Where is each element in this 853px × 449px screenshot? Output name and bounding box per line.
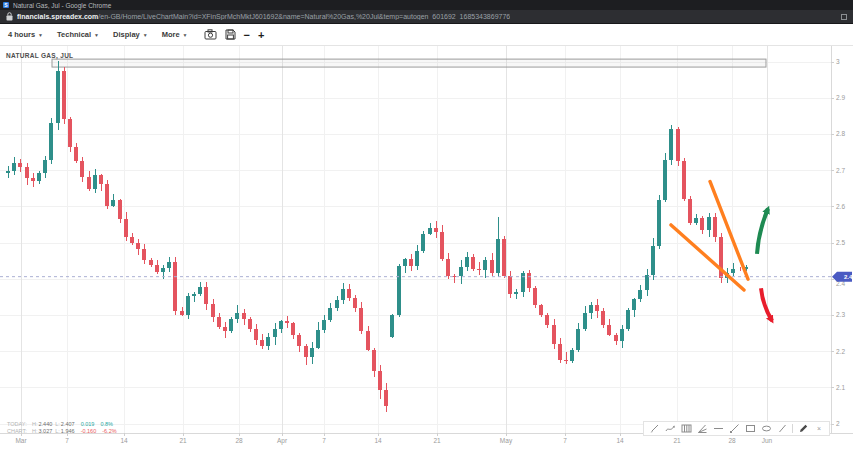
resistance-zone-drawing[interactable]	[52, 59, 766, 67]
svg-text:21: 21	[433, 437, 441, 444]
svg-text:2.407: 2.407	[844, 274, 853, 280]
today-low-value: 2.407	[61, 421, 75, 427]
rectangle-tool-button[interactable]	[744, 423, 756, 435]
pencil-tool-button[interactable]	[797, 423, 809, 435]
ellipse-tool-button[interactable]	[760, 423, 772, 435]
svg-text:14: 14	[374, 437, 382, 444]
wave-arrow-icon	[665, 423, 676, 434]
today-change-value: 0.019	[81, 421, 95, 427]
trend-angle-tool-button[interactable]	[696, 423, 708, 435]
technical-menu-label: Technical	[57, 30, 91, 39]
delete-drawing-button[interactable]: ×	[813, 423, 825, 435]
svg-text:7: 7	[322, 437, 326, 444]
svg-text:14: 14	[616, 437, 624, 444]
svg-text:14: 14	[120, 437, 128, 444]
axis-frame	[0, 46, 853, 436]
save-button[interactable]	[225, 29, 236, 40]
svg-text:21: 21	[179, 437, 187, 444]
technical-menu[interactable]: Technical ▼	[57, 30, 99, 39]
up-arrow-drawing[interactable]	[757, 209, 768, 254]
pen-icon	[649, 423, 660, 434]
chart-area[interactable]: 32.92.82.72.62.52.42.32.22.12Mar7142128A…	[0, 46, 853, 449]
svg-text:21: 21	[673, 437, 681, 444]
chart-label: CHART:	[7, 428, 29, 435]
fibonacci-icon	[681, 423, 692, 434]
svg-text:Mar: Mar	[15, 437, 27, 444]
chevron-down-icon: ▼	[38, 32, 43, 38]
toolbar-divider	[792, 424, 793, 433]
chart-toolbar: 4 hours ▼ Technical ▼ Display ▼ More ▼	[0, 24, 853, 46]
y-axis-labels[interactable]: 32.92.82.72.62.52.42.32.22.12	[836, 58, 845, 427]
horizontal-line-icon	[713, 423, 724, 434]
trendline-drawing-2[interactable]	[671, 225, 744, 290]
display-menu[interactable]: Display ▼	[113, 30, 148, 39]
svg-text:2.9: 2.9	[836, 94, 845, 101]
high-key: H:	[32, 421, 38, 427]
ray-tool-button[interactable]	[776, 423, 788, 435]
svg-text:7: 7	[65, 437, 69, 444]
trendline-tool-button[interactable]	[728, 423, 740, 435]
trend-angle-icon	[697, 423, 708, 434]
browser-titlebar: S Natural Gas, Jul - Google Chrome	[0, 0, 853, 10]
chart-low-value: 1.946	[61, 428, 75, 434]
svg-text:2: 2	[836, 420, 840, 427]
more-menu-label: More	[162, 30, 180, 39]
svg-text:Apr: Apr	[277, 437, 288, 445]
brush-tool-button[interactable]	[664, 423, 676, 435]
chart-change-value: -0.160	[81, 428, 97, 434]
url-host: financials.spreadex.com	[17, 13, 98, 20]
svg-text:2.7: 2.7	[836, 167, 845, 174]
snapshot-button[interactable]	[204, 29, 217, 40]
save-icon	[225, 29, 236, 40]
display-menu-label: Display	[113, 30, 140, 39]
ellipse-icon	[761, 423, 772, 434]
browser-action-icon[interactable]	[841, 14, 847, 20]
svg-text:3: 3	[836, 58, 840, 65]
candles	[6, 61, 748, 412]
svg-text:Jun: Jun	[762, 437, 773, 444]
low-key: L:	[55, 428, 60, 434]
svg-text:2.5: 2.5	[836, 239, 845, 246]
stats-row-today: TODAY:H:2.440L:2.4070.0190.8%	[7, 421, 117, 428]
zoom-in-button[interactable]: +	[258, 30, 264, 40]
today-label: TODAY:	[7, 421, 29, 428]
rectangle-icon	[745, 423, 756, 434]
x-axis-labels[interactable]: Mar7142128Apr71421May7142128Jun	[15, 437, 772, 445]
more-menu[interactable]: More ▼	[162, 30, 188, 39]
browser-window: S Natural Gas, Jul - Google Chrome finan…	[0, 0, 853, 449]
timeframe-menu[interactable]: 4 hours ▼	[8, 30, 43, 39]
chevron-down-icon: ▼	[143, 32, 148, 38]
url-path: /en-GB/Home/LiveChartMain?id=XFinSprMchM…	[98, 13, 510, 20]
today-high-value: 2.440	[39, 421, 53, 427]
browser-urlbar[interactable]: financials.spreadex.com/en-GB/Home/LiveC…	[0, 10, 853, 24]
camera-icon	[204, 29, 217, 40]
timeframe-menu-label: 4 hours	[8, 30, 35, 39]
chart-symbol-label: NATURAL GAS, JUL	[6, 52, 73, 59]
zoom-out-button[interactable]: −	[244, 30, 250, 40]
chart-high-value: 3.027	[39, 428, 53, 434]
plus-icon: +	[258, 30, 264, 40]
chart-change-pct: -6.2%	[102, 428, 116, 434]
window-title: Natural Gas, Jul - Google Chrome	[13, 2, 111, 9]
price-chart-canvas[interactable]: 32.92.82.72.62.52.42.32.22.12Mar7142128A…	[0, 46, 853, 449]
lock-icon	[6, 12, 13, 21]
url-text: financials.spreadex.com/en-GB/Home/LiveC…	[17, 13, 510, 20]
low-key: L:	[55, 421, 60, 427]
horizontal-line-tool-button[interactable]	[712, 423, 724, 435]
svg-text:2.1: 2.1	[836, 384, 845, 391]
minus-icon: −	[244, 30, 250, 40]
gridlines	[0, 46, 831, 433]
pen-tool-button[interactable]	[648, 423, 660, 435]
pencil-icon	[798, 423, 809, 434]
fibonacci-tool-button[interactable]	[680, 423, 692, 435]
ray-icon	[777, 423, 788, 434]
chart-stats: TODAY:H:2.440L:2.4070.0190.8% CHART:H:3.…	[7, 421, 117, 435]
trendline-icon	[729, 423, 740, 434]
site-favicon: S	[3, 2, 9, 8]
high-key: H:	[32, 428, 38, 434]
svg-text:2.6: 2.6	[836, 203, 845, 210]
chevron-down-icon: ▼	[183, 32, 188, 38]
svg-text:28: 28	[728, 437, 736, 444]
svg-text:2.3: 2.3	[836, 311, 845, 318]
chevron-down-icon: ▼	[94, 32, 99, 38]
